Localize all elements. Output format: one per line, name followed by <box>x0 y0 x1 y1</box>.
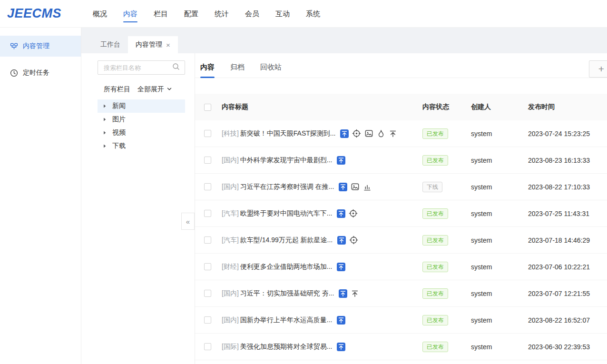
tree-item[interactable]: 图片 <box>98 113 185 126</box>
creator-cell: system <box>471 263 528 271</box>
image-icon <box>351 182 360 191</box>
category-tree-panel: 所有栏目 全部展开 新闻图片视频下载 « <box>81 53 195 364</box>
workspace-tab[interactable]: 工作台 <box>93 36 128 53</box>
tab-close-icon[interactable]: × <box>166 41 170 49</box>
table-row[interactable]: [汽车] 欧盟终于要对中国电动汽车下... 已发布 system 2023-07… <box>195 200 607 227</box>
row-checkbox[interactable] <box>204 343 211 350</box>
pin-top-icon <box>339 183 347 191</box>
expand-all-toggle[interactable]: 全部展开 <box>137 85 172 94</box>
tree-item-label: 视频 <box>112 128 126 137</box>
table-header-row: 内容标题 内容状态 创建人 发布时间 <box>195 94 607 120</box>
content-title-link[interactable]: 国新办举行上半年水运高质量... <box>240 316 333 325</box>
table-row[interactable]: [国内] 习近平在江苏考察时强调 在推... 下线 system 2023-08… <box>195 174 607 200</box>
row-checkbox[interactable] <box>204 183 211 190</box>
caret-right-icon[interactable] <box>102 102 107 110</box>
row-flag-icons <box>339 289 359 298</box>
caret-right-icon[interactable] <box>102 116 107 123</box>
row-checkbox[interactable] <box>204 290 211 297</box>
row-checkbox[interactable] <box>204 236 211 244</box>
status-badge: 下线 <box>422 182 442 192</box>
sidebar-item[interactable]: 内容管理 <box>0 36 81 57</box>
content-title-link[interactable]: 习近平在江苏考察时强调 在推... <box>240 183 334 191</box>
top-nav-item[interactable]: 会员 <box>245 0 259 28</box>
category-search-input[interactable] <box>103 64 172 72</box>
status-badge: 已发布 <box>422 262 448 272</box>
row-checkbox[interactable] <box>204 263 211 270</box>
content-title-link[interactable]: 美强化加息预期将对全球贸易... <box>240 343 333 351</box>
top-nav-item[interactable]: 概况 <box>93 0 107 28</box>
content-title-link[interactable]: 便利更多企业借助两地市场加... <box>240 263 333 271</box>
table-row[interactable]: [国内] 国新办举行上半年水运高质量... 已发布 system 2023-08… <box>195 307 607 334</box>
content-tab[interactable]: 内容 <box>200 63 215 78</box>
sidebar-item-label: 定时任务 <box>23 69 49 77</box>
pin-top-icon <box>337 209 345 218</box>
tree-item-label: 图片 <box>112 115 126 124</box>
content-title-link[interactable]: 款车型/14.99万元起 新款星途... <box>240 236 333 245</box>
select-all-checkbox[interactable] <box>204 104 211 111</box>
top-nav-item[interactable]: 系统 <box>306 0 320 28</box>
top-nav-item[interactable]: 配置 <box>184 0 198 28</box>
sidebar-item[interactable]: 定时任务 <box>0 62 81 83</box>
column-header-creator: 创建人 <box>471 103 528 111</box>
caret-right-icon[interactable] <box>102 129 107 137</box>
headline-target-icon <box>349 209 358 218</box>
publish-time-cell: 2023-07-18 14:46:29 <box>528 236 607 244</box>
table-row[interactable]: [科技] 新突破！中国天眼FAST探测到... 已发布 system 2023-… <box>195 120 607 147</box>
pin-top-icon <box>337 236 346 245</box>
category-prefix: [汽车] <box>222 209 239 218</box>
content-title-link[interactable]: 中外科学家发现宇宙中最剧烈... <box>240 156 333 165</box>
top-nav-item[interactable]: 统计 <box>215 0 229 28</box>
caret-right-icon[interactable] <box>102 142 107 150</box>
top-nav-item[interactable]: 内容 <box>123 0 137 28</box>
creator-cell: system <box>471 316 528 324</box>
status-badge: 已发布 <box>422 342 448 352</box>
content-tab[interactable]: 归档 <box>230 63 245 78</box>
table-body: [科技] 新突破！中国天眼FAST探测到... 已发布 system 2023-… <box>195 120 607 360</box>
category-tree-list: 新闻图片视频下载 <box>98 99 185 153</box>
top-nav-item[interactable]: 栏目 <box>154 0 168 28</box>
category-prefix: [国内] <box>222 316 239 325</box>
content-tabs: 内容归档回收站 <box>195 63 607 78</box>
content-title-link[interactable]: 新突破！中国天眼FAST探测到... <box>240 129 336 138</box>
content-title-link[interactable]: 习近平：切实加强基础研究 夯... <box>240 289 334 298</box>
search-icon[interactable] <box>172 63 180 72</box>
category-prefix: [国际] <box>222 343 239 351</box>
table-row[interactable]: [财经] 便利更多企业借助两地市场加... 已发布 system 2023-07… <box>195 254 607 280</box>
status-badge: 已发布 <box>422 208 448 219</box>
tree-item[interactable]: 下载 <box>98 139 185 153</box>
expand-all-label: 全部展开 <box>137 85 164 94</box>
row-flag-icons <box>339 182 372 191</box>
table-row[interactable]: [国内] 习近平：切实加强基础研究 夯... 已发布 system 2023-0… <box>195 280 607 307</box>
pin-top-icon <box>337 343 345 351</box>
creator-cell: system <box>471 343 528 351</box>
panel-collapse-button[interactable]: « <box>181 213 195 230</box>
add-content-button[interactable]: + <box>589 60 607 78</box>
pin-top-icon <box>339 289 347 298</box>
row-checkbox[interactable] <box>204 157 211 164</box>
row-checkbox[interactable] <box>204 130 211 137</box>
creator-cell: system <box>471 210 528 217</box>
row-checkbox[interactable] <box>204 316 211 324</box>
page-body: 内容管理定时任务 工作台内容管理× 所有栏目 全部展开 <box>0 28 607 364</box>
table-row[interactable]: [汽车] 款车型/14.99万元起 新款星途... 已发布 system 202… <box>195 227 607 254</box>
status-badge: 已发布 <box>422 235 448 246</box>
creator-cell: system <box>471 157 528 164</box>
category-search-box <box>98 60 185 75</box>
row-checkbox[interactable] <box>204 210 211 217</box>
workspace-tab[interactable]: 内容管理× <box>128 36 178 53</box>
column-header-time: 发布时间 <box>528 103 607 111</box>
row-flag-icons <box>340 129 397 138</box>
tree-item[interactable]: 视频 <box>98 126 185 139</box>
category-prefix: [国内] <box>222 183 239 191</box>
top-nav-item[interactable]: 互动 <box>275 0 290 28</box>
row-flag-icons <box>337 209 358 218</box>
headline-target-icon <box>349 236 358 245</box>
table-row[interactable]: [国内] 中外科学家发现宇宙中最剧烈... 已发布 system 2023-08… <box>195 147 607 174</box>
tree-item[interactable]: 新闻 <box>98 99 185 113</box>
tree-item-label: 新闻 <box>112 102 126 110</box>
publish-time-cell: 2023-07-24 15:23:25 <box>528 130 607 138</box>
content-title-link[interactable]: 欧盟终于要对中国电动汽车下... <box>240 209 333 218</box>
content-tab[interactable]: 回收站 <box>260 63 282 78</box>
table-row[interactable]: [国际] 美强化加息预期将对全球贸易... 已发布 system 2023-06… <box>195 334 607 360</box>
row-flag-icons <box>337 343 345 351</box>
